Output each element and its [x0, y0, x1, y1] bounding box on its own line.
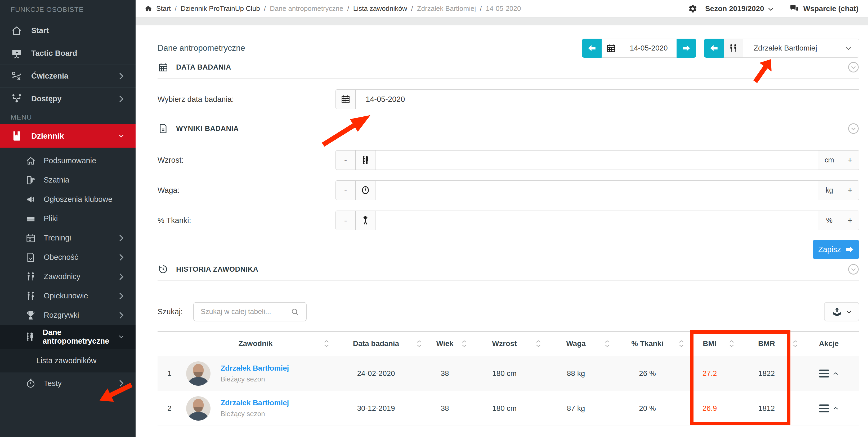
date-field-value[interactable]: 14-05-2020 [355, 90, 859, 109]
sidebar-item-tests[interactable]: Testy [0, 372, 135, 394]
prev-date-button[interactable] [582, 39, 601, 58]
sidebar-item-club-announcements[interactable]: Ogłoszenia klubowe [0, 190, 135, 209]
weight-label: Waga: [158, 186, 336, 195]
arrow-right-icon [846, 246, 854, 253]
sidebar-item-journal[interactable]: Dziennik [0, 124, 135, 147]
sidebar-item-trainings[interactable]: Treningi [0, 228, 135, 247]
sidebar-item-summary[interactable]: Podsumowanie [0, 151, 135, 170]
home-icon [25, 155, 36, 166]
prev-player-button[interactable] [704, 39, 724, 58]
height-unit: cm [818, 150, 841, 170]
search-input[interactable] [201, 308, 291, 316]
save-button[interactable]: Zapisz [813, 240, 859, 259]
increment-button[interactable]: + [841, 150, 859, 170]
collapse-section-icon[interactable] [847, 264, 859, 275]
increment-button[interactable]: + [841, 180, 859, 200]
breadcrumb-item[interactable]: Lista zawodników [353, 4, 407, 13]
col-age[interactable]: Wiek [422, 331, 467, 356]
sidebar-item-players[interactable]: Zawodnicy [0, 267, 135, 286]
history-table: Zawodnik Data badania Wiek Wzrost Waga %… [158, 331, 859, 426]
sidebar-item-label: Dane antropometryczne [43, 328, 119, 345]
chat-icon [789, 4, 799, 13]
sidebar-item-label: Pliki [44, 214, 58, 223]
history-icon [158, 264, 169, 275]
export-button[interactable] [824, 302, 859, 322]
home-icon[interactable] [144, 5, 152, 13]
weight-unit: kg [818, 180, 841, 200]
topbar: Start / Dziennik ProTrainUp Club / Dane … [135, 0, 868, 18]
sidebar-item-players-list[interactable]: Lista zawodników [0, 349, 135, 372]
decrement-button[interactable]: - [336, 210, 355, 230]
row-index: 1 [158, 356, 181, 391]
sidebar-item-exercises[interactable]: Ćwiczenia [0, 65, 135, 87]
breadcrumb-item[interactable]: Zdrzałek Bartłomiej [417, 4, 476, 13]
search-icon [291, 308, 299, 316]
sort-icon[interactable] [793, 340, 798, 347]
col-player[interactable]: Zawodnik [181, 331, 330, 356]
chevron-right-icon [119, 234, 124, 242]
sidebar-item-locker-room[interactable]: Szatnia [0, 170, 135, 190]
sidebar-item-label: Rozgrywki [44, 311, 79, 320]
current-date-value[interactable]: 14-05-2020 [621, 39, 677, 58]
calendar-icon[interactable] [601, 39, 621, 58]
sidebar-item-files[interactable]: Pliki [0, 209, 135, 228]
height-field-row: Wzrost: - cm + [158, 150, 859, 170]
age-cell: 38 [422, 356, 467, 391]
support-chat-link[interactable]: Wsparcie (chat) [789, 4, 859, 13]
height-input[interactable] [375, 150, 818, 170]
breadcrumb-item[interactable]: Start [156, 4, 171, 13]
sidebar-item-anthropometric-data[interactable]: Dane antropometryczne [0, 325, 135, 349]
sidebar-item-label: Testy [44, 379, 62, 388]
section-header-results: WYNIKI BADANIA [158, 123, 859, 140]
fat-input[interactable] [375, 210, 818, 230]
sidebar-item-competitions[interactable]: Rozgrywki [0, 306, 135, 325]
breadcrumb-item[interactable]: Dziennik ProTrainUp Club [181, 4, 260, 13]
chevron-right-icon [119, 311, 124, 319]
increment-button[interactable]: + [841, 210, 859, 230]
breadcrumb-item[interactable]: Dane antropometryczne [270, 4, 343, 13]
breadcrumb-separator: / [411, 4, 413, 13]
calendar-icon[interactable] [336, 90, 355, 109]
season-selector[interactable]: Sezon 2019/2020 [688, 4, 774, 13]
player-link[interactable]: Zdrzałek Bartłomiej [221, 364, 289, 372]
megaphone-icon [25, 194, 36, 205]
sort-icon[interactable] [416, 340, 422, 347]
next-date-button[interactable] [677, 39, 696, 58]
player-select[interactable]: Zdrzałek Bartłomiej [743, 39, 859, 58]
collapse-section-icon[interactable] [847, 61, 859, 73]
weight-input[interactable] [375, 180, 818, 200]
sort-icon[interactable] [462, 340, 467, 347]
exam-date-cell: 30-12-2019 [330, 391, 422, 426]
sort-icon[interactable] [324, 340, 329, 347]
decrement-button[interactable]: - [336, 150, 355, 170]
col-weight[interactable]: Waga [541, 331, 610, 356]
sort-icon[interactable] [679, 340, 684, 347]
col-height[interactable]: Wzrost [467, 331, 541, 356]
collapse-section-icon[interactable] [847, 123, 859, 134]
sort-icon[interactable] [536, 340, 541, 347]
sidebar-item-guardians[interactable]: Opiekunowie [0, 286, 135, 306]
sort-icon[interactable] [729, 340, 734, 347]
row-actions-button[interactable] [798, 370, 859, 377]
row-actions-button[interactable] [798, 404, 859, 412]
sort-icon[interactable] [604, 340, 610, 347]
document-check-icon [25, 252, 36, 263]
col-fat[interactable]: % Tkanki [610, 331, 684, 356]
col-bmi[interactable]: BMI [684, 331, 735, 356]
col-bmr[interactable]: BMR [735, 331, 798, 356]
avatar [186, 361, 211, 386]
stopwatch-icon [25, 378, 36, 389]
home-icon [10, 25, 23, 37]
height-cell: 180 cm [467, 356, 541, 391]
age-cell: 38 [422, 391, 467, 426]
fat-unit: % [818, 210, 841, 230]
sidebar-item-start[interactable]: Start [0, 19, 135, 42]
decrement-button[interactable]: - [336, 180, 355, 200]
sidebar-item-tactic-board[interactable]: Tactic Board [0, 42, 135, 65]
height-cell: 180 cm [467, 391, 541, 426]
sidebar-item-access[interactable]: Dostępy [0, 87, 135, 110]
player-link[interactable]: Zdrzałek Bartłomiej [221, 399, 289, 407]
sidebar-item-attendance[interactable]: Obecność [0, 247, 135, 267]
chevron-right-icon [119, 254, 124, 261]
col-exam-date[interactable]: Data badania [330, 331, 422, 356]
